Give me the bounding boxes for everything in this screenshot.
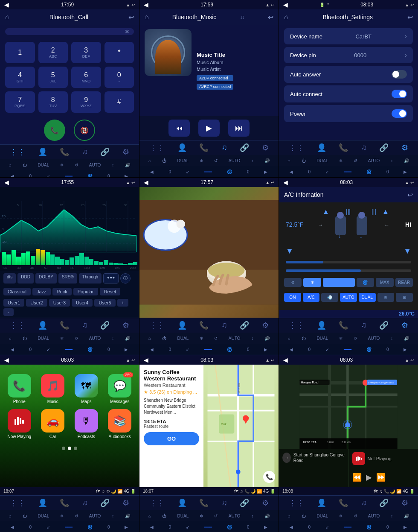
- nav-tab5-phone[interactable]: 📞: [197, 320, 210, 331]
- user4-button[interactable]: User4: [72, 299, 93, 307]
- c4b-i2[interactable]: 🌀: [87, 347, 93, 352]
- return-btn-1[interactable]: ↩: [128, 13, 134, 21]
- c5b-ar[interactable]: ▶: [264, 347, 267, 352]
- srs-button[interactable]: SRS®: [58, 273, 77, 284]
- ac-settings-btn[interactable]: ⚙: [284, 278, 302, 287]
- nav-tab9-music[interactable]: ♫: [359, 497, 369, 509]
- cli-icon1[interactable]: ↙: [46, 174, 50, 178]
- c3b-sl[interactable]: ━━━: [344, 170, 351, 174]
- climate-snow[interactable]: ❄: [60, 163, 64, 167]
- c4b-sl[interactable]: ━━━: [65, 347, 73, 352]
- c4-fan[interactable]: ↕: [112, 336, 114, 341]
- c8-recycle[interactable]: ↺: [214, 514, 218, 518]
- dial-star[interactable]: *: [104, 42, 134, 63]
- play-button[interactable]: ▶: [198, 120, 220, 137]
- add-button[interactable]: +: [117, 299, 128, 307]
- c2b-al[interactable]: ◀: [150, 170, 154, 174]
- app-podcasts[interactable]: 🎙 Podcasts: [72, 409, 101, 439]
- auto-answer-toggle[interactable]: [392, 70, 407, 79]
- c4b-al[interactable]: ◀: [11, 347, 14, 352]
- preset-classical[interactable]: Classical: [3, 288, 31, 295]
- nav-tab9-gear[interactable]: ⚙: [400, 497, 410, 509]
- c6b-i2[interactable]: 🌀: [366, 347, 372, 352]
- user2-button[interactable]: User2: [26, 299, 47, 307]
- nav-tab9-phone[interactable]: 📞: [337, 497, 350, 509]
- phone-call-icon[interactable]: 📞: [263, 471, 275, 483]
- app-car[interactable]: 🚗 Car: [39, 409, 67, 439]
- c7-home[interactable]: ⌂: [9, 514, 12, 518]
- c3-power[interactable]: ⏻: [302, 158, 306, 163]
- nav-tab5-menu[interactable]: ⋮⋮: [148, 320, 166, 331]
- more-button[interactable]: ●●●: [103, 273, 119, 284]
- setting-auto-answer[interactable]: Auto answer: [284, 66, 413, 83]
- prev-button[interactable]: ⏮: [168, 120, 190, 137]
- dial-hash[interactable]: #: [104, 91, 134, 113]
- setting-power[interactable]: Power: [284, 105, 413, 122]
- preset-reset[interactable]: Reset: [100, 288, 121, 295]
- nav-tab2-user[interactable]: 👤: [176, 142, 189, 153]
- c9-power[interactable]: ⏻: [302, 514, 306, 518]
- back-arrow-5[interactable]: ◀: [144, 179, 148, 186]
- c5b-al[interactable]: ◀: [150, 347, 154, 352]
- c7b-sl[interactable]: ━━━: [65, 525, 73, 529]
- nav-tab7-link[interactable]: 🔗: [99, 497, 111, 509]
- info-button[interactable]: ⓘ: [120, 273, 131, 284]
- ac-dual-btn[interactable]: DUAL: [359, 293, 376, 302]
- dial-0[interactable]: 0-: [104, 67, 134, 88]
- c3-recycle[interactable]: ↺: [354, 158, 357, 163]
- nav-tab2-link[interactable]: 🔗: [238, 142, 251, 153]
- nav-tab5-user[interactable]: 👤: [176, 320, 189, 331]
- app-phone[interactable]: 📞 Phone: [5, 374, 34, 404]
- c8b-sl[interactable]: ━━━: [204, 525, 212, 529]
- c4-snow[interactable]: ❄: [60, 336, 64, 341]
- power-toggle[interactable]: [392, 109, 407, 118]
- c9b-i2[interactable]: 🌀: [366, 525, 372, 529]
- map-full-panel[interactable]: Hongma Road Shangliao Gongye Road 18:16 …: [279, 365, 418, 449]
- nav-map[interactable]: Park Main Rd 📞: [203, 365, 279, 487]
- nav-tab6-menu[interactable]: ⋮⋮: [287, 320, 306, 331]
- c5-power[interactable]: ⏻: [162, 336, 166, 341]
- c7-fan[interactable]: ↕: [112, 514, 114, 518]
- nav-tab9-user[interactable]: 👤: [315, 497, 328, 509]
- nav-tab5-link[interactable]: 🔗: [238, 320, 251, 331]
- nav-tab6-music[interactable]: ♫: [359, 320, 369, 331]
- c5b-i2[interactable]: 🌀: [227, 347, 232, 352]
- c6-fan[interactable]: ↕: [391, 336, 393, 341]
- c3-snow[interactable]: ❄: [339, 158, 343, 163]
- c6b-sl[interactable]: ━━━: [344, 347, 351, 352]
- dial-6[interactable]: 6MNO: [71, 67, 101, 88]
- c3b-al[interactable]: ◀: [290, 170, 293, 174]
- back-arrow-6[interactable]: ◀: [283, 179, 288, 186]
- nav-tab-music[interactable]: ♫: [80, 146, 90, 158]
- app-now-playing[interactable]: Now Playing: [5, 409, 34, 439]
- c5b-i1[interactable]: ↙: [186, 347, 189, 352]
- c6b-ar[interactable]: ▶: [403, 347, 407, 352]
- c8-vol[interactable]: 🔊: [264, 514, 270, 518]
- nav-tab8-gear[interactable]: ⚙: [260, 497, 270, 509]
- c8b-ar[interactable]: ▶: [264, 525, 267, 529]
- dot-1[interactable]: [62, 447, 65, 450]
- nav-tab6-gear[interactable]: ⚙: [400, 320, 410, 331]
- c9-recycle[interactable]: ↺: [354, 514, 357, 518]
- c5-snow[interactable]: ❄: [200, 336, 203, 341]
- dial-7[interactable]: 7PQRS: [5, 91, 35, 113]
- ac-mid-btn[interactable]: [323, 278, 355, 287]
- ac-rear-btn[interactable]: REAR: [395, 278, 413, 287]
- nav-tab8-music[interactable]: ♫: [220, 497, 229, 509]
- home-icon-1[interactable]: ⌂: [5, 13, 9, 21]
- nav-tab-link[interactable]: 🔗: [99, 146, 111, 158]
- ac-slider-left[interactable]: [286, 261, 411, 263]
- c7-snow[interactable]: ❄: [60, 514, 64, 518]
- video-panel[interactable]: [139, 187, 279, 318]
- user1-button[interactable]: User1: [3, 299, 24, 307]
- nav-tab3-user[interactable]: 👤: [315, 142, 328, 153]
- c7b-ar[interactable]: ▶: [125, 525, 128, 529]
- c3b-ar[interactable]: ▶: [403, 170, 407, 174]
- search-bar[interactable]: ✕: [5, 28, 134, 35]
- dolby-button[interactable]: DOLBY: [35, 273, 57, 284]
- c9b-ar[interactable]: ▶: [403, 525, 407, 529]
- cli-slider1[interactable]: ━━━: [65, 174, 73, 178]
- c2-home[interactable]: ⌂: [148, 158, 151, 163]
- app-audiobooks[interactable]: 📚 Audiobooks: [106, 409, 134, 439]
- c8-power[interactable]: ⏻: [162, 514, 166, 518]
